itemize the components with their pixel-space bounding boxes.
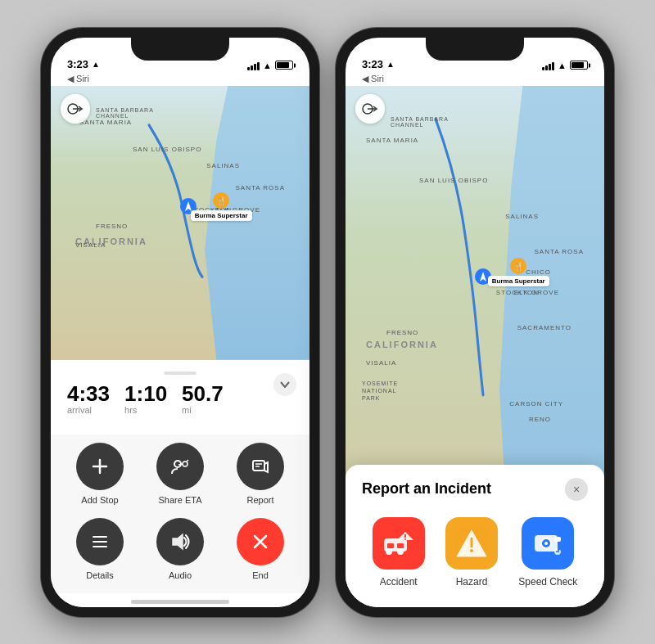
notch-2 <box>426 38 524 61</box>
action-grid: Add Stop Share ETA <box>51 435 309 593</box>
destination-pin-1: 🍴 Burma Superstar <box>191 192 252 221</box>
chevron-down-icon <box>280 381 290 388</box>
svg-point-24 <box>386 548 392 555</box>
svg-rect-22 <box>387 543 394 548</box>
svg-rect-23 <box>397 543 404 548</box>
wifi-icon: ▲ <box>263 61 272 70</box>
map-area-1[interactable]: CALIFORNIA Santa Maria Santa BarbaraChan… <box>51 86 309 360</box>
phone-1: 3:23 ▲ ▲ ◀ Siri <box>41 28 319 617</box>
accident-option[interactable]: Accident <box>373 517 425 588</box>
distance-stat: 50.7 mi <box>182 383 224 415</box>
share-eta-button[interactable]: Share ETA <box>144 443 216 505</box>
hrs-stat: 1:10 hrs <box>124 383 167 415</box>
signal-icon-2 <box>542 61 554 70</box>
home-indicator-1 <box>51 593 309 607</box>
svg-point-28 <box>404 538 406 540</box>
signal-icon <box>247 61 260 70</box>
add-stop-button[interactable]: Add Stop <box>64 443 136 505</box>
svg-point-31 <box>470 549 473 552</box>
end-icon <box>251 533 269 551</box>
audio-icon <box>170 533 190 551</box>
time-1: 3:23 ▲ <box>67 58 100 70</box>
expand-button[interactable] <box>273 373 296 396</box>
accident-icon <box>382 529 415 558</box>
speed-check-icon <box>531 529 564 558</box>
back-icon-1 <box>67 103 84 115</box>
back-button-2[interactable] <box>355 94 385 124</box>
audio-button[interactable]: Audio <box>144 518 216 580</box>
destination-pin-2: 🍴 Burma Superstar <box>488 258 549 286</box>
svg-line-8 <box>187 460 188 462</box>
report-header: Report an Incident × <box>362 478 588 501</box>
end-button[interactable]: End <box>224 518 296 580</box>
report-options: Accident Hazard <box>362 517 588 588</box>
hazard-icon <box>455 529 488 558</box>
svg-marker-18 <box>480 272 486 281</box>
time-2: 3:23 ▲ <box>362 58 395 70</box>
status-icons-2: ▲ <box>542 61 588 70</box>
report-icon <box>251 457 269 475</box>
battery-icon <box>275 61 293 70</box>
speed-check-option[interactable]: Speed Check <box>518 517 577 588</box>
nav-stats: 4:33 arrival 1:10 hrs 50.7 mi <box>67 383 293 415</box>
plus-icon <box>91 457 109 475</box>
report-modal: Report an Incident × <box>346 465 604 607</box>
svg-rect-9 <box>253 461 264 471</box>
battery-icon-2 <box>570 61 588 70</box>
svg-rect-35 <box>554 537 561 542</box>
siri-label-2: ◀ Siri <box>346 74 604 86</box>
svg-point-25 <box>397 548 404 555</box>
phone-2: 3:23 ▲ ▲ ◀ Siri <box>336 28 614 617</box>
hazard-option[interactable]: Hazard <box>445 517 498 588</box>
notch <box>131 38 229 61</box>
back-icon-2 <box>362 103 378 115</box>
route-svg-1 <box>51 86 309 360</box>
status-icons-1: ▲ <box>247 61 293 70</box>
report-button[interactable]: Report <box>224 443 296 505</box>
arrival-stat: 4:33 arrival <box>67 383 110 415</box>
svg-marker-15 <box>173 534 183 549</box>
svg-line-7 <box>178 464 183 465</box>
nav-panel: 4:33 arrival 1:10 hrs 50.7 mi <box>51 360 309 435</box>
svg-point-34 <box>544 542 548 545</box>
siri-label-1: ◀ Siri <box>51 74 309 86</box>
wifi-icon-2: ▲ <box>558 61 567 70</box>
svg-point-6 <box>183 462 187 466</box>
share-eta-icon <box>170 457 190 475</box>
close-modal-button[interactable]: × <box>565 478 588 501</box>
details-button[interactable]: Details <box>64 518 136 580</box>
details-icon <box>91 533 109 551</box>
back-button-1[interactable] <box>61 94 90 124</box>
